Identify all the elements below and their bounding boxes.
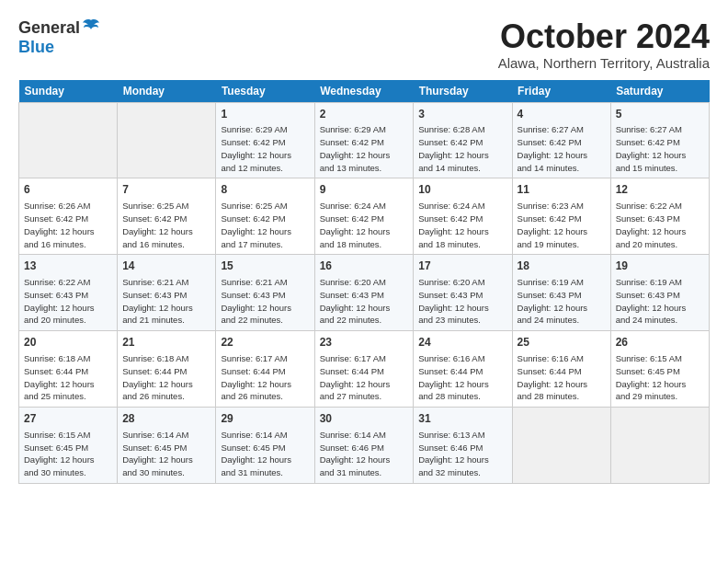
day-info: Sunrise: 6:13 AM Sunset: 6:46 PM Dayligh…: [418, 429, 506, 479]
day-info: Sunrise: 6:29 AM Sunset: 6:42 PM Dayligh…: [320, 123, 409, 174]
day-number: 11: [518, 182, 606, 198]
location: Alawa, Northern Territory, Australia: [498, 55, 710, 71]
day-info: Sunrise: 6:26 AM Sunset: 6:42 PM Dayligh…: [24, 200, 112, 250]
calendar-cell: 16Sunrise: 6:20 AM Sunset: 6:43 PM Dayli…: [314, 255, 414, 331]
day-info: Sunrise: 6:25 AM Sunset: 6:42 PM Dayligh…: [221, 200, 309, 250]
calendar-cell: 11Sunrise: 6:23 AM Sunset: 6:42 PM Dayli…: [512, 178, 610, 255]
calendar-table: SundayMondayTuesdayWednesdayThursdayFrid…: [18, 80, 710, 484]
day-number: 13: [24, 259, 112, 274]
calendar-week-row: 27Sunrise: 6:15 AM Sunset: 6:45 PM Dayli…: [19, 408, 710, 484]
day-number: 19: [616, 259, 704, 274]
calendar-cell: 20Sunrise: 6:18 AM Sunset: 6:44 PM Dayli…: [19, 331, 118, 408]
day-number: 15: [221, 259, 309, 274]
weekday-header: Thursday: [414, 80, 512, 103]
calendar-cell: 29Sunrise: 6:14 AM Sunset: 6:45 PM Dayli…: [216, 408, 314, 484]
calendar-cell: 5Sunrise: 6:27 AM Sunset: 6:42 PM Daylig…: [610, 102, 709, 178]
calendar-cell: 28Sunrise: 6:14 AM Sunset: 6:45 PM Dayli…: [118, 408, 216, 484]
day-number: 14: [122, 259, 210, 274]
weekday-header: Monday: [118, 80, 216, 103]
day-number: 16: [320, 259, 409, 274]
calendar-cell: 1Sunrise: 6:29 AM Sunset: 6:42 PM Daylig…: [216, 102, 314, 178]
day-number: 18: [518, 259, 606, 274]
day-number: 25: [518, 335, 606, 350]
calendar-cell: 7Sunrise: 6:25 AM Sunset: 6:42 PM Daylig…: [118, 178, 216, 255]
day-number: 29: [221, 411, 309, 427]
calendar-cell: 12Sunrise: 6:22 AM Sunset: 6:43 PM Dayli…: [610, 178, 709, 255]
calendar-cell: 6Sunrise: 6:26 AM Sunset: 6:42 PM Daylig…: [19, 178, 118, 255]
day-info: Sunrise: 6:22 AM Sunset: 6:43 PM Dayligh…: [24, 276, 112, 327]
calendar-cell: 18Sunrise: 6:19 AM Sunset: 6:43 PM Dayli…: [512, 255, 610, 331]
weekday-header: Wednesday: [314, 80, 414, 103]
calendar-cell: 14Sunrise: 6:21 AM Sunset: 6:43 PM Dayli…: [118, 255, 216, 331]
calendar-cell: 24Sunrise: 6:16 AM Sunset: 6:44 PM Dayli…: [414, 331, 512, 408]
day-info: Sunrise: 6:24 AM Sunset: 6:42 PM Dayligh…: [320, 200, 409, 250]
day-info: Sunrise: 6:28 AM Sunset: 6:42 PM Dayligh…: [418, 123, 506, 174]
calendar-cell: 3Sunrise: 6:28 AM Sunset: 6:42 PM Daylig…: [414, 102, 512, 178]
calendar-cell: 21Sunrise: 6:18 AM Sunset: 6:44 PM Dayli…: [118, 331, 216, 408]
calendar-cell: [610, 408, 709, 484]
day-number: 24: [418, 335, 506, 350]
day-info: Sunrise: 6:21 AM Sunset: 6:43 PM Dayligh…: [122, 276, 210, 327]
calendar-cell: 31Sunrise: 6:13 AM Sunset: 6:46 PM Dayli…: [414, 408, 512, 484]
calendar-week-row: 6Sunrise: 6:26 AM Sunset: 6:42 PM Daylig…: [19, 178, 710, 255]
day-info: Sunrise: 6:21 AM Sunset: 6:43 PM Dayligh…: [221, 276, 309, 327]
day-number: 20: [24, 335, 112, 350]
calendar-cell: [512, 408, 610, 484]
day-number: 6: [24, 182, 112, 198]
day-info: Sunrise: 6:14 AM Sunset: 6:46 PM Dayligh…: [320, 429, 409, 479]
day-number: 31: [418, 411, 506, 427]
day-info: Sunrise: 6:17 AM Sunset: 6:44 PM Dayligh…: [221, 352, 309, 403]
day-number: 10: [418, 182, 506, 198]
calendar-cell: 15Sunrise: 6:21 AM Sunset: 6:43 PM Dayli…: [216, 255, 314, 331]
logo-blue-text: Blue: [18, 38, 54, 57]
calendar-cell: 22Sunrise: 6:17 AM Sunset: 6:44 PM Dayli…: [216, 331, 314, 408]
day-number: 23: [320, 335, 409, 350]
calendar-cell: 26Sunrise: 6:15 AM Sunset: 6:45 PM Dayli…: [610, 331, 709, 408]
calendar-cell: [19, 102, 118, 178]
day-info: Sunrise: 6:18 AM Sunset: 6:44 PM Dayligh…: [24, 352, 112, 403]
calendar-cell: [118, 102, 216, 178]
day-number: 12: [616, 182, 704, 198]
calendar-cell: 2Sunrise: 6:29 AM Sunset: 6:42 PM Daylig…: [314, 102, 414, 178]
day-number: 2: [320, 107, 409, 122]
logo: General Blue: [18, 18, 100, 57]
day-info: Sunrise: 6:18 AM Sunset: 6:44 PM Dayligh…: [122, 352, 210, 403]
day-number: 28: [122, 411, 210, 427]
day-info: Sunrise: 6:17 AM Sunset: 6:44 PM Dayligh…: [320, 352, 409, 403]
day-info: Sunrise: 6:15 AM Sunset: 6:45 PM Dayligh…: [616, 352, 704, 403]
day-info: Sunrise: 6:14 AM Sunset: 6:45 PM Dayligh…: [221, 429, 309, 479]
day-info: Sunrise: 6:20 AM Sunset: 6:43 PM Dayligh…: [320, 276, 409, 327]
calendar-cell: 10Sunrise: 6:24 AM Sunset: 6:42 PM Dayli…: [414, 178, 512, 255]
calendar-cell: 27Sunrise: 6:15 AM Sunset: 6:45 PM Dayli…: [19, 408, 118, 484]
day-info: Sunrise: 6:20 AM Sunset: 6:43 PM Dayligh…: [418, 276, 506, 327]
day-info: Sunrise: 6:22 AM Sunset: 6:43 PM Dayligh…: [616, 200, 704, 250]
day-number: 5: [616, 107, 704, 122]
day-info: Sunrise: 6:16 AM Sunset: 6:44 PM Dayligh…: [518, 352, 606, 403]
calendar-week-row: 13Sunrise: 6:22 AM Sunset: 6:43 PM Dayli…: [19, 255, 710, 331]
day-info: Sunrise: 6:23 AM Sunset: 6:42 PM Dayligh…: [518, 200, 606, 250]
day-info: Sunrise: 6:25 AM Sunset: 6:42 PM Dayligh…: [122, 200, 210, 250]
month-title: October 2024: [498, 18, 710, 55]
logo-bird-icon: [82, 18, 100, 35]
weekday-header: Friday: [512, 80, 610, 103]
calendar-week-row: 1Sunrise: 6:29 AM Sunset: 6:42 PM Daylig…: [19, 102, 710, 178]
calendar-cell: 13Sunrise: 6:22 AM Sunset: 6:43 PM Dayli…: [19, 255, 118, 331]
day-number: 8: [221, 182, 309, 198]
calendar-cell: 17Sunrise: 6:20 AM Sunset: 6:43 PM Dayli…: [414, 255, 512, 331]
weekday-header: Saturday: [610, 80, 709, 103]
calendar-cell: 25Sunrise: 6:16 AM Sunset: 6:44 PM Dayli…: [512, 331, 610, 408]
weekday-header: Tuesday: [216, 80, 314, 103]
day-info: Sunrise: 6:19 AM Sunset: 6:43 PM Dayligh…: [616, 276, 704, 327]
day-info: Sunrise: 6:16 AM Sunset: 6:44 PM Dayligh…: [418, 352, 506, 403]
day-info: Sunrise: 6:24 AM Sunset: 6:42 PM Dayligh…: [418, 200, 506, 250]
day-number: 9: [320, 182, 409, 198]
day-number: 27: [24, 411, 112, 427]
calendar-cell: 4Sunrise: 6:27 AM Sunset: 6:42 PM Daylig…: [512, 102, 610, 178]
weekday-header-row: SundayMondayTuesdayWednesdayThursdayFrid…: [19, 80, 710, 103]
day-number: 22: [221, 335, 309, 350]
day-info: Sunrise: 6:14 AM Sunset: 6:45 PM Dayligh…: [122, 429, 210, 479]
title-area: October 2024 Alawa, Northern Territory, …: [498, 18, 710, 71]
calendar-cell: 9Sunrise: 6:24 AM Sunset: 6:42 PM Daylig…: [314, 178, 414, 255]
header: General Blue October 2024 Alawa, Norther…: [18, 18, 710, 71]
day-number: 26: [616, 335, 704, 350]
